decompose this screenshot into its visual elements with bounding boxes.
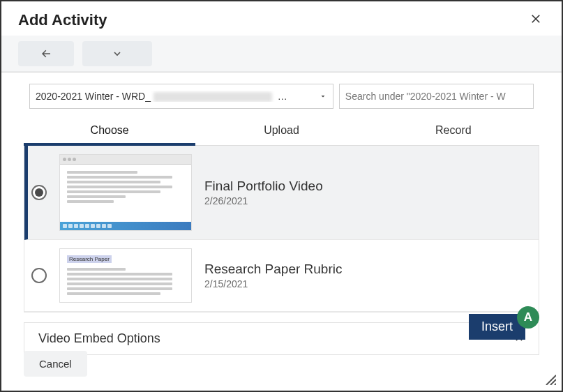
source-tabs: Choose Upload Record [24, 117, 539, 146]
close-button[interactable] [527, 10, 545, 30]
item-date: 2/15/2021 [204, 278, 527, 289]
list-item[interactable]: Research Paper Research Paper Rubric 2/1… [24, 240, 539, 312]
tab-record[interactable]: Record [368, 117, 539, 145]
tab-upload[interactable]: Upload [195, 117, 367, 145]
course-select-label: 2020-2021 Winter - WRD_ … [36, 91, 309, 102]
course-suffix: … [275, 91, 287, 102]
dropdown-caret [309, 92, 327, 100]
triangle-down-icon [319, 92, 327, 100]
annotation-badge: A [517, 306, 539, 329]
list-item[interactable]: Final Portfolio Video 2/26/2021 [24, 146, 539, 240]
dialog-toolbar [1, 36, 562, 73]
video-thumbnail [59, 154, 192, 231]
item-title: Final Portfolio Video [204, 179, 527, 194]
arrow-left-icon [40, 47, 52, 60]
dialog-header: Add Activity [1, 1, 562, 36]
more-menu-button[interactable] [82, 41, 152, 66]
list-item-text: Research Paper Rubric 2/15/2021 [204, 262, 527, 289]
back-button[interactable] [18, 41, 74, 66]
item-title: Research Paper Rubric [204, 262, 527, 277]
filter-row: 2020-2021 Winter - WRD_ … [29, 84, 534, 109]
chevron-down-icon [112, 48, 123, 59]
activity-list: Final Portfolio Video 2/26/2021 Research… [24, 146, 539, 312]
thumb-label: Research Paper [67, 255, 112, 263]
video-embed-options[interactable]: Video Embed Options [24, 322, 539, 355]
close-icon [530, 13, 542, 25]
radio-selected-icon[interactable] [31, 185, 47, 200]
course-prefix: 2020-2021 Winter - WRD_ [36, 91, 151, 102]
insert-button-group: Insert A [469, 314, 539, 340]
search-input[interactable] [339, 84, 534, 109]
accordion-title: Video Embed Options [38, 331, 160, 346]
radio-unselected-icon[interactable] [31, 268, 47, 283]
redacted-course-text [153, 92, 272, 102]
dialog-content: 2020-2021 Winter - WRD_ … Choose Upload … [1, 73, 562, 355]
resize-icon [543, 372, 556, 385]
add-activity-dialog: Add Activity 2020-2021 Winter - WRD_ … [0, 0, 563, 392]
list-item-text: Final Portfolio Video 2/26/2021 [204, 179, 527, 206]
tab-choose[interactable]: Choose [24, 117, 195, 145]
resize-grip[interactable] [543, 372, 556, 385]
item-date: 2/26/2021 [204, 195, 527, 206]
course-select[interactable]: 2020-2021 Winter - WRD_ … [29, 84, 333, 109]
dialog-title: Add Activity [18, 11, 107, 29]
cancel-button[interactable]: Cancel [24, 351, 87, 377]
video-thumbnail: Research Paper [59, 248, 192, 303]
